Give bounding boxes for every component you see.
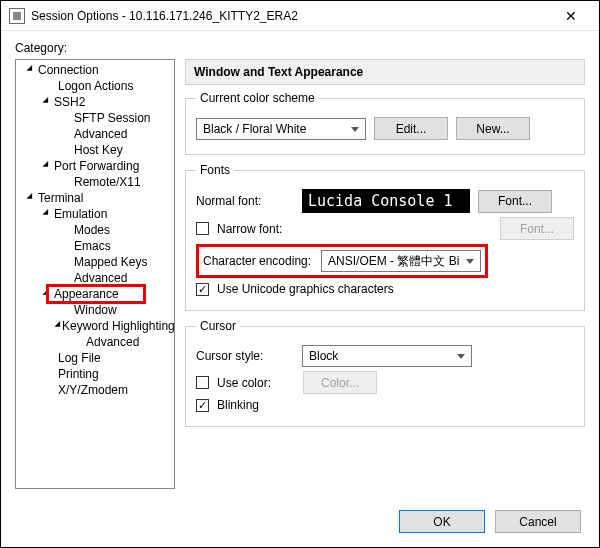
cursor-style-label: Cursor style: [196,349,294,363]
tree-remote-x11[interactable]: Remote/X11 [72,175,143,189]
unicode-graphics-label: Use Unicode graphics characters [217,282,394,296]
color-scheme-legend: Current color scheme [196,91,319,105]
ok-button[interactable]: OK [399,510,485,533]
category-tree[interactable]: Connection Logon Actions SSH2 SFTP Sessi… [15,59,175,489]
chevron-down-icon[interactable] [40,209,52,220]
tree-logon-actions[interactable]: Logon Actions [56,79,135,93]
fonts-legend: Fonts [196,163,234,177]
normal-font-button[interactable]: Font... [478,190,552,213]
chevron-down-icon[interactable] [24,65,36,76]
chevron-down-icon[interactable] [40,289,52,300]
tree-mapped-keys[interactable]: Mapped Keys [72,255,149,269]
tree-advanced[interactable]: Advanced [84,335,141,349]
tree-window[interactable]: Window [72,303,119,317]
tree-sftp-session[interactable]: SFTP Session [72,111,152,125]
panel-header: Window and Text Appearance [185,59,585,85]
unicode-graphics-checkbox[interactable] [196,283,209,296]
tree-port-forwarding[interactable]: Port Forwarding [52,159,141,173]
encoding-label: Character encoding: [203,254,311,268]
session-options-dialog: Session Options - 10.116.171.246_KITTY2_… [0,0,600,548]
tree-xyzmodem[interactable]: X/Y/Zmodem [56,383,130,397]
titlebar: Session Options - 10.116.171.246_KITTY2_… [1,1,599,31]
tree-host-key[interactable]: Host Key [72,143,125,157]
normal-font-label: Normal font: [196,194,294,208]
encoding-highlight: Character encoding: ANSI/OEM - 繁體中文 Bi [196,244,488,278]
tree-connection[interactable]: Connection [36,63,101,77]
category-label: Category: [15,41,585,55]
blinking-label: Blinking [217,398,259,412]
new-scheme-button[interactable]: New... [456,117,530,140]
tree-advanced[interactable]: Advanced [72,127,129,141]
tree-log-file[interactable]: Log File [56,351,103,365]
tree-modes[interactable]: Modes [72,223,112,237]
window-title: Session Options - 10.116.171.246_KITTY2_… [31,9,551,23]
narrow-font-label: Narrow font: [217,222,492,236]
settings-panel: Window and Text Appearance Current color… [185,59,585,489]
use-color-label: Use color: [217,376,295,390]
use-color-checkbox[interactable] [196,376,209,389]
cursor-group: Cursor Cursor style: Block Use color: Co… [185,319,585,427]
cursor-color-button: Color... [303,371,377,394]
tree-ssh2[interactable]: SSH2 [52,95,87,109]
chevron-down-icon[interactable] [40,97,52,108]
chevron-down-icon[interactable] [40,161,52,172]
tree-printing[interactable]: Printing [56,367,101,381]
app-icon [9,8,25,24]
fonts-group: Fonts Normal font: Lucida Console 1 Font… [185,163,585,311]
chevron-down-icon[interactable] [24,193,36,204]
blinking-checkbox[interactable] [196,399,209,412]
narrow-font-checkbox[interactable] [196,222,209,235]
tree-advanced[interactable]: Advanced [72,271,129,285]
color-scheme-select[interactable]: Black / Floral White [196,118,366,140]
color-scheme-group: Current color scheme Black / Floral Whit… [185,91,585,155]
close-button[interactable]: ✕ [551,1,591,31]
narrow-font-button: Font... [500,217,574,240]
tree-keyword-highlighting[interactable]: Keyword Highlighting [60,319,175,333]
tree-appearance[interactable]: Appearance [52,287,121,301]
tree-terminal[interactable]: Terminal [36,191,85,205]
tree-emacs[interactable]: Emacs [72,239,113,253]
cancel-button[interactable]: Cancel [495,510,581,533]
encoding-select[interactable]: ANSI/OEM - 繁體中文 Bi [321,250,481,272]
cursor-legend: Cursor [196,319,240,333]
edit-scheme-button[interactable]: Edit... [374,117,448,140]
cursor-style-select[interactable]: Block [302,345,472,367]
tree-emulation[interactable]: Emulation [52,207,109,221]
normal-font-preview: Lucida Console 1 [302,189,470,213]
